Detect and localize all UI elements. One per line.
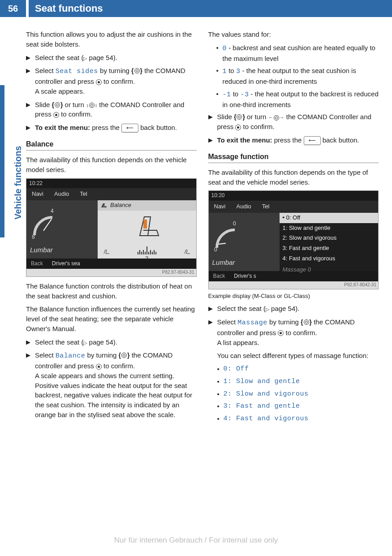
triangle-icon: ▶ [208,317,217,427]
balance-desc: The Balance function controls the distri… [26,281,197,301]
watermark: Nur für internen Gebrauch / For internal… [0,535,392,546]
seat-small-icon [103,249,110,254]
triangle-icon: ▶ [26,123,35,133]
svg-line-0 [43,219,52,231]
menu-code: Seat sides [56,68,98,75]
triangle-icon: ▶ [208,135,217,145]
svg-rect-3 [143,220,147,228]
menu-code: Balance [56,352,86,360]
bullet: • 0 - backrest and seat cushion are heat… [208,43,379,64]
ss-driver-label: Driver's s [229,271,261,281]
rotary-slide-icon: {} [234,112,245,121]
ss-time: 10:20 [209,191,379,200]
ss-tab: Audio [49,188,74,200]
triangle-icon: ▶ [208,112,217,132]
ss-scale-value: 2 [100,254,194,263]
massage-option: 2: Slow and vigorous [224,389,379,399]
page-number: 56 [0,0,26,17]
ss-lumbar-label: Lumbar [30,245,94,255]
svg-line-4 [219,243,226,244]
step: ▶ Select Balance by turning {} the COMAN… [26,350,197,419]
triangle-icon: ▶ [26,100,35,120]
step: ▶ Select the seat (▷ page 54). [26,53,197,63]
massage-option: 1: Slow and gentle [224,377,379,387]
triangle-icon: ▶ [208,304,217,314]
back-button-icon: ⟵ [304,136,321,145]
press-icon [235,125,241,130]
values-intro: The values stand for: [208,30,379,39]
massage-option: 4: Fast and vigorous [224,414,379,424]
triangle-icon: ▶ [26,66,35,96]
step: ▶ To exit the menu: press the ⟵ back but… [208,135,379,145]
step: ▶ Select the seat (▷ page 54). [26,337,197,347]
step: ▶ Slide {} or turn ↕↕ the COMAND Control… [26,100,197,120]
press-icon [53,112,59,118]
side-tab-label: Vehicle functions [12,146,25,220]
rotary-turn-icon: ↕↕ [86,102,97,109]
ss-code: P82.87-8042-31 [209,281,379,289]
massage-intro: The availability of this function depend… [208,168,379,187]
rotary-turn-icon: {} [131,66,142,75]
right-column: The values stand for: • 0 - backrest and… [208,30,379,430]
gauge-icon: 4 8 [30,204,57,240]
step: ▶ Select Seat sides by turning {} the CO… [26,66,197,96]
left-column: This function allows you to adjust the a… [26,30,197,430]
ss-tab: Audio [231,201,257,213]
page-title: Seat functions [29,0,392,17]
bullet: • 1 to 3 - the heat output to the seat c… [208,66,379,86]
intro-text: This function allows you to adjust the a… [26,30,197,49]
balance-desc: The Balance function influences the curr… [26,304,197,333]
ss-list-item: • 0: Off [280,213,378,223]
ss-driver-label: Driver's sea [47,259,85,269]
menu-code: Massage [237,319,267,327]
seat-diagram-icon [129,213,165,238]
ss-list-item: 1: Slow and gentle [280,223,378,233]
ss-tab: Navi [26,188,49,200]
page-header: 56 Seat functions [0,0,392,17]
seat-small-icon [184,249,191,254]
triangle-icon: ▶ [26,350,35,419]
massage-heading: Massage function [208,151,379,163]
ss-back-label: Back [26,259,47,269]
ss-back-label: Back [209,271,230,281]
press-icon [96,79,102,85]
step: ▶ Slide {} or turn ←→ the COMAND Control… [208,112,379,132]
ss-massage-label: Massage 0 [280,264,378,276]
svg-text:8: 8 [32,234,35,240]
ss-tab: Navi [209,201,231,213]
ss-tab: Tel [74,188,93,200]
gauge-icon: 0 0 [212,216,239,252]
step: ▶ Select Massage by turning {} the COMAN… [208,317,379,427]
screenshot-caption: Example display (M-Class or GL-Class) [208,292,379,301]
step: ▶ Select the seat (▷ page 54). [208,304,379,314]
ss-lumbar-label: Lumbar [212,258,276,267]
balance-screenshot: 10:22 Navi Audio Tel 4 8 Lumba [26,178,197,277]
ss-list-item: 2: Slow and vigorous [280,233,378,243]
triangle-icon: ▶ [26,337,35,347]
balance-intro: The availability of this function depend… [26,155,197,175]
ss-list-item: 3: Fast and gentle [280,243,378,254]
rotary-slide-icon: {} [52,100,63,109]
ss-list-item: 4: Fast and vigorous [280,254,378,264]
svg-text:0: 0 [214,246,217,252]
triangle-icon: ▶ [26,53,35,63]
rotary-turn-icon: ←→ [268,114,284,121]
massage-option: 0: Off [224,364,379,374]
ss-tab: Tel [257,201,275,213]
ss-code: P82.87-8043-31 [26,269,196,276]
seat-icon [100,202,108,208]
massage-screenshot: 10:20 Navi Audio Tel 0 0 Lumba [208,190,379,289]
svg-text:4: 4 [51,208,54,214]
ss-time: 10:22 [26,179,196,188]
press-icon [278,330,284,336]
press-icon [96,364,102,370]
massage-option: 3: Fast and gentle [224,401,379,411]
rotary-turn-icon: {} [119,351,130,360]
ref-triangle-icon: ▷ [266,306,269,312]
bullet: • -1 to -3 - the heat output to the back… [208,89,379,110]
side-tab: Vehicle functions [0,85,13,237]
step: ▶ To exit the menu: press the ⟵ back but… [26,123,197,133]
rotary-turn-icon: {} [301,318,312,327]
back-button-icon: ⟵ [121,124,138,133]
balance-heading: Balance [26,139,197,151]
